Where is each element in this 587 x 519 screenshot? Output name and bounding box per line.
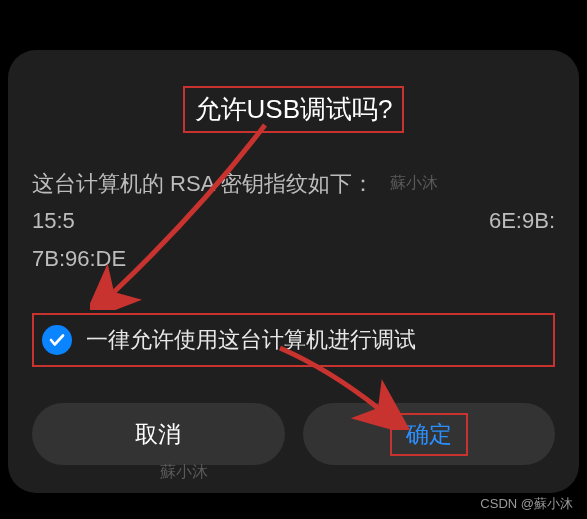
- footer-credit: CSDN @蘇小沐: [480, 495, 573, 513]
- rsa-fingerprint-text: 这台计算机的 RSA 密钥指纹如下： 15:5 6E:9B: 7B:96:DE …: [32, 165, 555, 277]
- ok-button-label: 确定: [390, 413, 468, 456]
- always-allow-checkbox-row[interactable]: 一律允许使用这台计算机进行调试: [32, 313, 555, 367]
- fingerprint-right: 6E:9B:: [489, 202, 555, 239]
- dialog-title: 允许USB调试吗?: [32, 86, 555, 133]
- fingerprint-line3: 7B:96:DE: [32, 240, 555, 277]
- cancel-button-label: 取消: [135, 419, 181, 450]
- checkmark-icon: [42, 325, 72, 355]
- ok-button[interactable]: 确定: [303, 403, 556, 465]
- watermark-text: 蘇小沐: [390, 169, 438, 196]
- fingerprint-intro: 这台计算机的 RSA 密钥指纹如下：: [32, 165, 555, 202]
- usb-debug-dialog: 允许USB调试吗? 这台计算机的 RSA 密钥指纹如下： 15:5 6E:9B:…: [8, 50, 579, 493]
- dialog-title-text: 允许USB调试吗?: [183, 86, 405, 133]
- dialog-button-row: 取消 确定: [32, 403, 555, 465]
- always-allow-label: 一律允许使用这台计算机进行调试: [86, 325, 416, 355]
- cancel-button[interactable]: 取消: [32, 403, 285, 465]
- fingerprint-left: 15:5: [32, 202, 75, 239]
- watermark-text: 蘇小沐: [160, 462, 208, 483]
